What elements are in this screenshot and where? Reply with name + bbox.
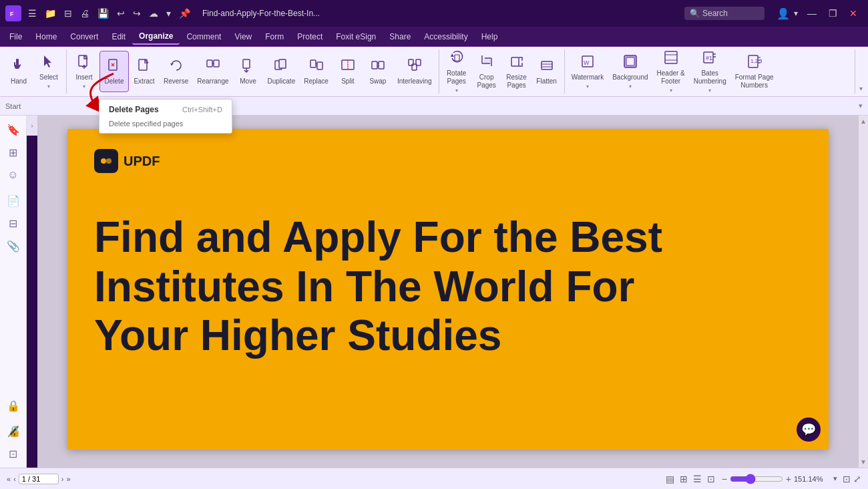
toolbar-scroll-down[interactable]: ▾ <box>858 49 864 94</box>
title-bar: F ☰ 📁 ⊟ 🖨 💾 ↩ ↪ ☁ ▾ 📌 Find-and-Apply-For… <box>0 0 868 27</box>
menu-file[interactable]: File <box>3 29 29 44</box>
insert-button[interactable]: Insert ▾ <box>69 51 99 92</box>
bates-numbering-button[interactable]: #1 BatesNumbering ▾ <box>690 51 730 92</box>
user-account-icon[interactable]: 👤 <box>777 7 790 20</box>
dropdown-arrow-icon[interactable]: ▾ <box>164 7 174 20</box>
sidebar-collapse-arrow[interactable]: › <box>27 116 37 136</box>
right-scrollbar[interactable]: ▲ ▼ <box>859 116 868 468</box>
interleaving-button[interactable]: Interleaving <box>393 51 436 92</box>
minimize-button[interactable]: — <box>802 5 822 21</box>
svg-rect-31 <box>511 57 519 66</box>
sidebar-layers-icon[interactable]: ☺ <box>3 165 23 185</box>
sidebar-pages2-icon[interactable]: ⊡ <box>3 444 23 464</box>
maximize-button[interactable]: ❐ <box>823 5 843 21</box>
duplicate-button[interactable]: Duplicate <box>264 51 300 92</box>
swap-button[interactable]: Swap <box>363 51 393 92</box>
move-button[interactable]: Move <box>234 51 263 92</box>
rotate-pages-button[interactable]: RotatePages ▾ <box>442 51 471 92</box>
delete-button[interactable]: Delete <box>99 51 129 92</box>
menu-protect[interactable]: Protect <box>290 29 329 44</box>
watermark-chevron-icon: ▾ <box>586 84 589 90</box>
background-button[interactable]: Background ▾ <box>608 51 652 92</box>
reverse-button[interactable]: Reverse <box>160 51 192 92</box>
undo-icon[interactable]: ↩ <box>114 7 128 20</box>
split-button[interactable]: Split <box>333 51 363 92</box>
title-quick-actions: ☰ 📁 ⊟ 🖨 💾 ↩ ↪ ☁ ▾ 📌 <box>25 7 193 20</box>
hand-icon <box>11 58 26 75</box>
menu-home[interactable]: Home <box>29 29 63 44</box>
menu-form[interactable]: Form <box>258 29 290 44</box>
delete-pages-menu-item[interactable]: Delete Pages Ctrl+Shift+D <box>99 100 232 120</box>
double-page-view-icon[interactable]: ⊞ <box>678 472 689 486</box>
zoom-slider[interactable] <box>730 474 783 484</box>
next-page-button[interactable]: › <box>61 475 64 483</box>
pdf-page: UPDF Find and Apply For the BestInstitut… <box>67 129 829 450</box>
fit-page-icon[interactable]: ⊡ <box>843 474 851 484</box>
split-icon <box>341 58 355 75</box>
menu-view[interactable]: View <box>228 29 258 44</box>
sidebar-lock-icon[interactable]: 🔒 <box>3 395 23 416</box>
zoom-dropdown-icon[interactable]: ▾ <box>833 474 837 483</box>
swap-label: Swap <box>369 77 386 86</box>
menu-comment[interactable]: Comment <box>180 29 228 44</box>
scroll-down-icon[interactable]: ▼ <box>858 456 868 468</box>
search-box[interactable]: 🔍 Search <box>684 7 765 20</box>
extract-button[interactable]: Extract <box>130 51 159 92</box>
crop-pages-button[interactable]: CropPages <box>472 51 501 92</box>
watermark-button[interactable]: W Watermark ▾ <box>568 51 608 92</box>
last-page-button[interactable]: » <box>66 475 70 483</box>
select-button[interactable]: Select ▾ <box>34 51 63 92</box>
window-controls: — ❐ ✕ <box>802 5 863 21</box>
menu-help[interactable]: Help <box>475 29 505 44</box>
hand-button[interactable]: Hand <box>4 51 33 92</box>
replace-button[interactable]: Replace <box>300 51 333 92</box>
insert-label: Insert <box>75 73 92 82</box>
page-input[interactable] <box>19 474 59 484</box>
close-button[interactable]: ✕ <box>844 5 863 21</box>
scroll-up-icon[interactable]: ▲ <box>858 116 868 127</box>
svg-rect-21 <box>379 61 384 69</box>
new-icon[interactable]: ☰ <box>25 7 39 20</box>
sidebar-attachment-icon[interactable]: 📎 <box>3 236 23 256</box>
menu-accessibility[interactable]: Accessibility <box>417 29 474 44</box>
menu-organize[interactable]: Organize <box>132 29 180 45</box>
continuous-view-icon[interactable]: ☰ <box>692 472 703 486</box>
sidebar-stamp-icon[interactable]: 🔏 <box>3 421 23 441</box>
fullscreen-icon[interactable]: ⤢ <box>853 474 861 484</box>
rotate-icon <box>449 50 464 67</box>
cloud-icon[interactable]: ☁ <box>146 7 161 20</box>
sidebar-bookmark-icon[interactable]: 🔖 <box>3 120 23 140</box>
menu-share[interactable]: Share <box>383 29 417 44</box>
format-page-numbers-button[interactable]: 1,2,3 Format PageNumbers <box>731 51 778 92</box>
split-view-icon[interactable]: ⊡ <box>706 472 716 486</box>
toolbar-group-navigation: Hand Select ▾ <box>4 49 67 94</box>
pin-icon[interactable]: 📌 <box>176 7 193 20</box>
pdf-logo-area: UPDF <box>94 149 802 173</box>
prev-page-button[interactable]: ‹ <box>13 475 16 483</box>
zoom-out-button[interactable]: − <box>722 474 727 484</box>
chat-support-icon[interactable]: 💬 <box>797 418 821 442</box>
zoom-in-button[interactable]: + <box>786 474 791 484</box>
account-chevron-icon[interactable]: ▾ <box>794 9 798 18</box>
sidebar-thumbnail-icon[interactable]: ⊞ <box>3 142 23 162</box>
select-icon <box>41 54 56 71</box>
open-icon[interactable]: 📁 <box>42 7 59 20</box>
breadcrumb-dropdown-icon[interactable]: ▾ <box>859 102 863 110</box>
rotate-pages-label: RotatePages <box>447 69 466 86</box>
menu-foxit-esign[interactable]: Foxit eSign <box>329 29 383 44</box>
sidebar-pages-icon[interactable]: 📄 <box>3 190 23 210</box>
print-icon[interactable]: 🖨 <box>77 7 92 20</box>
minimize-tab-icon[interactable]: ⊟ <box>61 7 75 20</box>
flatten-button[interactable]: Flatten <box>532 51 562 92</box>
menu-edit[interactable]: Edit <box>105 29 132 44</box>
resize-pages-button[interactable]: ResizePages <box>502 51 531 92</box>
header-footer-button[interactable]: Header &Footer ▾ <box>653 51 689 92</box>
save-icon[interactable]: 💾 <box>95 7 112 20</box>
first-page-button[interactable]: « <box>7 475 11 483</box>
sidebar-layers2-icon[interactable]: ⊟ <box>3 213 23 233</box>
redo-icon[interactable]: ↪ <box>130 7 144 20</box>
menu-convert[interactable]: Convert <box>63 29 105 44</box>
single-page-view-icon[interactable]: ▤ <box>664 472 676 486</box>
rearrange-button[interactable]: Rearrange <box>193 51 232 92</box>
insert-icon <box>77 54 91 71</box>
